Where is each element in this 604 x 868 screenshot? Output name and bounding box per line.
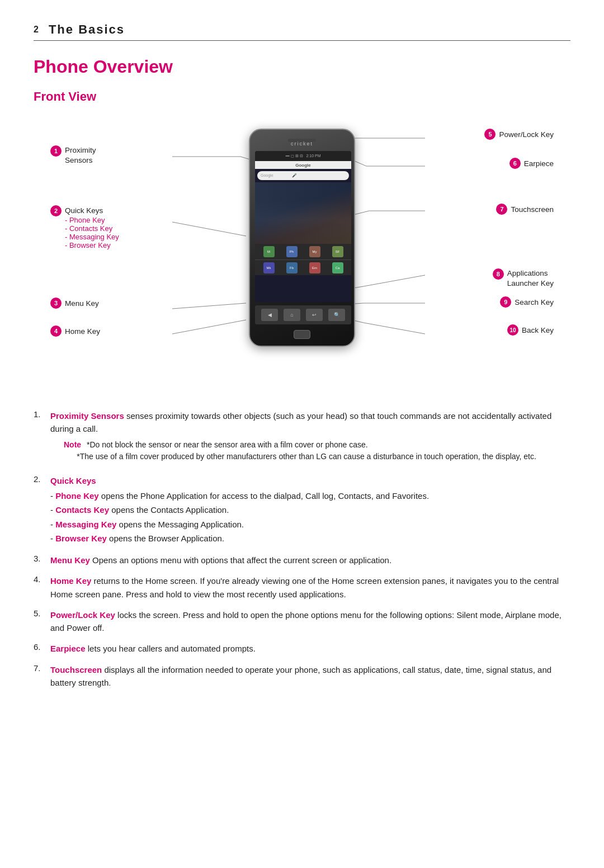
front-view-title: Front View	[34, 89, 570, 104]
phone-key-label-desc: Phone Key	[55, 491, 99, 501]
desc-content-3: Menu Key Opens an options menu with opti…	[50, 554, 391, 567]
quick-keys-sublist-desc: - Phone Key opens the Phone Application …	[50, 489, 429, 545]
chapter-num: 2	[34, 25, 39, 35]
page-title: Phone Overview	[34, 56, 570, 77]
desc-num-7: 7.	[34, 663, 46, 690]
svg-line-11	[364, 275, 425, 286]
browser-key-label-desc: Browser Key	[55, 534, 107, 543]
desc-item-5: 5. Power/Lock Key locks the screen. Pres…	[34, 608, 570, 635]
screen-logo: Google	[255, 161, 351, 169]
desc-num-6: 6.	[34, 642, 46, 655]
desc-item-2: 2. Quick Keys - Phone Key opens the Phon…	[34, 474, 570, 546]
desc-content-2: Quick Keys - Phone Key opens the Phone A…	[50, 474, 429, 546]
messaging-key-desc: - Messaging Key opens the Messaging Appl…	[50, 518, 429, 531]
desc-text-touchscreen: displays all the information needed to o…	[50, 665, 551, 687]
phone-graphic: cricket ▪▪▪ ◻ ⊞ ⊟ 2:10 PM Google Google …	[249, 129, 355, 347]
desc-key-homekey: Home Key	[50, 576, 91, 586]
desc-key-touchscreen: Touchscreen	[50, 665, 102, 674]
desc-num-5: 5.	[34, 608, 46, 635]
quick-keys-sublist: - Phone Key - Contacts Key - Messaging K…	[65, 216, 119, 249]
earpiece-text: Earpiece	[524, 159, 554, 168]
contacts-key-label: - Contacts Key	[65, 224, 119, 233]
label-num-9: 9	[500, 296, 511, 308]
label-home-key: 4 Home Key	[50, 326, 100, 337]
screen-status: ▪▪▪ ◻ ⊞ ⊟ 2:10 PM	[255, 151, 351, 161]
browser-key-desc: - Browser Key opens the Browser Applicat…	[50, 532, 429, 545]
desc-num-4: 4.	[34, 574, 46, 601]
label-power-lock-key: 5 Power/Lock Key	[484, 129, 554, 140]
menu-key-text: Menu Key	[65, 299, 99, 308]
app-row-2: Mk Fb Em Ca	[255, 260, 351, 275]
label-num-3: 3	[50, 298, 62, 309]
screen-search: Google 🎤	[257, 171, 349, 180]
contacts-key-desc: - Contacts Key opens the Contacts Applic…	[50, 503, 429, 516]
label-search-key: 9 Search Key	[500, 296, 554, 308]
search-key-text: Search Key	[515, 298, 554, 306]
browser-key-label: - Browser Key	[65, 241, 119, 249]
desc-content-4: Home Key returns to the Home screen. If …	[50, 574, 570, 601]
label-num-6: 6	[509, 158, 521, 169]
phone-bottom-buttons: ◀ ⌂ ↩ 🔍	[255, 305, 351, 324]
chapter-title: The Basics	[49, 22, 125, 37]
label-menu-key: 3 Menu Key	[50, 298, 99, 309]
desc-text-menukey: Opens an options menu with options that …	[92, 555, 391, 565]
label-proximity-sensors: 1 ProximitySensors	[50, 145, 96, 166]
svg-line-15	[364, 323, 425, 334]
label-quick-keys: 2 Quick Keys - Phone Key - Contacts Key …	[50, 205, 119, 249]
applications-launcher-key-text: ApplicationsLauncher Key	[507, 268, 554, 289]
back-key-text: Back Key	[522, 326, 554, 334]
page: 2 The Basics Phone Overview Front View	[0, 0, 604, 868]
touchscreen-text: Touchscreen	[511, 205, 554, 214]
desc-num-1: 1.	[34, 409, 46, 466]
desc-text-powerlockkey: locks the screen. Press and hold to open…	[50, 610, 561, 633]
note-block-1: Note *Do not block the sensor or near th…	[64, 439, 570, 463]
label-earpiece: 6 Earpiece	[509, 158, 554, 169]
desc-content-1: Proximity Sensors senses proximity towar…	[50, 409, 570, 466]
desc-key-proximity: Proximity Sensors	[50, 411, 124, 421]
note-text-2: *The use of a film cover produced by oth…	[64, 452, 536, 461]
desc-item-7: 7. Touchscreen displays all the informat…	[34, 663, 570, 690]
svg-line-2	[172, 222, 246, 236]
desc-num-2: 2.	[34, 474, 46, 546]
label-back-key: 10 Back Key	[507, 324, 554, 336]
desc-key-earpiece: Earpiece	[50, 644, 86, 653]
label-touchscreen: 7 Touchscreen	[496, 204, 554, 215]
messaging-key-label: - Messaging Key	[65, 233, 119, 241]
desc-key-powerlockkey: Power/Lock Key	[50, 610, 115, 620]
svg-line-3	[172, 303, 246, 309]
label-num-7: 7	[496, 204, 507, 215]
desc-text-proximity: senses proximity towards other objects (…	[50, 411, 551, 433]
note-text-1: *Do not block the sensor or near the sen…	[87, 440, 368, 449]
desc-key-menukey: Menu Key	[50, 555, 90, 565]
diagram-area: cricket ▪▪▪ ◻ ⊞ ⊟ 2:10 PM Google Google …	[34, 113, 570, 393]
desc-content-6: Earpiece lets you hear callers and autom…	[50, 642, 256, 655]
phone-key-label: - Phone Key	[65, 216, 119, 224]
chapter-header: 2 The Basics	[34, 22, 570, 41]
label-num-4: 4	[50, 326, 62, 337]
descriptions: 1. Proximity Sensors senses proximity to…	[34, 409, 570, 689]
label-num-2: 2	[50, 205, 62, 216]
note-label: Note	[64, 440, 81, 449]
desc-item-4: 4. Home Key returns to the Home screen. …	[34, 574, 570, 601]
label-num-1: 1	[50, 145, 62, 157]
desc-item-3: 3. Menu Key Opens an options menu with o…	[34, 554, 570, 567]
messaging-key-label-desc: Messaging Key	[55, 520, 116, 529]
svg-line-4	[172, 320, 246, 334]
desc-item-6: 6. Earpiece lets you hear callers and au…	[34, 642, 570, 655]
label-num-8: 8	[493, 268, 504, 280]
desc-content-7: Touchscreen displays all the information…	[50, 663, 570, 690]
quick-keys-label-text: Quick Keys	[65, 206, 103, 215]
app-row-1: M Ph My SF	[255, 244, 351, 260]
desc-item-1: 1. Proximity Sensors senses proximity to…	[34, 409, 570, 466]
label-num-10: 10	[507, 324, 518, 336]
contacts-key-label-desc: Contacts Key	[55, 505, 109, 515]
label-num-5: 5	[484, 129, 496, 140]
desc-num-3: 3.	[34, 554, 46, 567]
desc-key-quickkeys: Quick Keys	[50, 476, 96, 485]
home-key-text: Home Key	[65, 327, 100, 336]
phone-key-desc: - Phone Key opens the Phone Application …	[50, 489, 429, 502]
desc-text-homekey: returns to the Home screen. If you're al…	[50, 576, 559, 598]
desc-text-earpiece: lets you hear callers and automated prom…	[88, 644, 256, 653]
desc-content-5: Power/Lock Key locks the screen. Press a…	[50, 608, 570, 635]
label-applications-launcher-key: 8 ApplicationsLauncher Key	[493, 268, 554, 289]
